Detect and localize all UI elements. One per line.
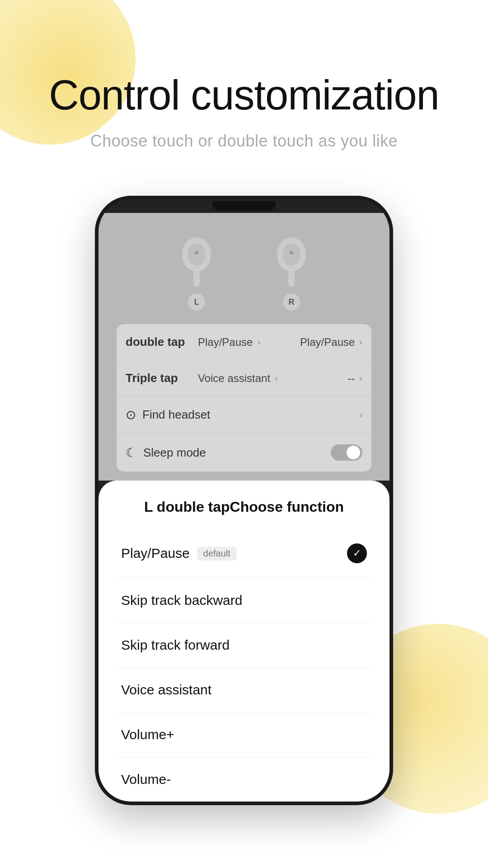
triple-tap-label: Triple tap [126, 371, 198, 385]
sleep-mode-toggle[interactable] [331, 444, 362, 461]
bottom-sheet-title: L double tapChoose function [117, 499, 371, 515]
sheet-item-voice-assistant-text: Voice assistant [121, 682, 211, 698]
right-earbud-container: R [271, 236, 312, 311]
sheet-item-skip-forward-left: Skip track forward [121, 637, 230, 653]
svg-point-3 [195, 251, 198, 255]
triple-tap-row[interactable]: Triple tap Voice assistant › -- › [117, 360, 371, 396]
earbuds-area: L R [117, 226, 371, 324]
left-earbud-label: L [188, 293, 205, 311]
right-earbud-label: R [283, 293, 300, 311]
default-badge: default [197, 547, 237, 561]
sheet-item-volume-up[interactable]: Volume+ [117, 712, 371, 757]
controls-list: double tap Play/Pause › Play/Pause › [117, 324, 371, 472]
sheet-item-play-pause-left: Play/Pause default [121, 546, 237, 561]
sheet-item-volume-down-text: Volume- [121, 772, 171, 787]
double-tap-right-chevron: › [359, 337, 362, 347]
phone-screen: L R [99, 213, 389, 481]
sheet-item-skip-backward-left: Skip track backward [121, 593, 242, 608]
sheet-item-volume-down-left: Volume- [121, 772, 171, 787]
triple-tap-right[interactable]: -- › [347, 372, 362, 385]
sheet-item-skip-backward-text: Skip track backward [121, 593, 242, 608]
left-earbud-icon [176, 236, 217, 290]
triple-tap-left-value: Voice assistant [198, 372, 270, 385]
double-tap-right-value: Play/Pause [300, 336, 355, 349]
toggle-knob [347, 446, 360, 459]
double-tap-values: Play/Pause › Play/Pause › [198, 336, 362, 349]
triple-tap-right-chevron: › [359, 373, 362, 383]
bottom-sheet: L double tapChoose function Play/Pause d… [99, 481, 389, 802]
double-tap-right[interactable]: Play/Pause › [300, 336, 362, 349]
triple-tap-left[interactable]: Voice assistant › [198, 372, 278, 385]
page-title: Control customization [31, 72, 457, 118]
triple-tap-right-value: -- [347, 372, 355, 385]
sheet-item-skip-forward[interactable]: Skip track forward [117, 623, 371, 668]
double-tap-left[interactable]: Play/Pause › [198, 336, 260, 349]
sheet-item-volume-up-left: Volume+ [121, 727, 174, 742]
double-tap-row[interactable]: double tap Play/Pause › Play/Pause › [117, 324, 371, 360]
right-earbud-icon [271, 236, 312, 290]
triple-tap-left-chevron: › [275, 373, 278, 383]
sheet-item-play-pause-text: Play/Pause [121, 546, 190, 561]
sleep-mode-row[interactable]: ☾ Sleep mode [117, 434, 371, 472]
double-tap-left-chevron: › [257, 337, 260, 347]
phone-notch [212, 201, 276, 211]
double-tap-label: double tap [126, 335, 198, 349]
sleep-mode-icon: ☾ [126, 445, 137, 460]
phone-frame: L R [95, 196, 393, 805]
check-circle-icon: ✓ [347, 543, 367, 563]
double-tap-left-value: Play/Pause [198, 336, 253, 349]
sheet-item-play-pause[interactable]: Play/Pause default ✓ [117, 529, 371, 578]
find-headset-row[interactable]: ⊙ Find headset › [117, 396, 371, 434]
phone-top-bar [99, 199, 389, 213]
find-headset-label: Find headset [142, 408, 359, 422]
sheet-item-voice-assistant-left: Voice assistant [121, 682, 211, 698]
sheet-item-skip-forward-text: Skip track forward [121, 637, 230, 653]
sheet-item-volume-down[interactable]: Volume- [117, 757, 371, 802]
svg-rect-1 [193, 269, 200, 287]
sleep-mode-label: Sleep mode [143, 446, 331, 460]
triple-tap-values: Voice assistant › -- › [198, 372, 362, 385]
find-headset-icon: ⊙ [126, 407, 136, 422]
page-subtitle: Choose touch or double touch as you like [90, 132, 398, 151]
left-earbud-container: L [176, 236, 217, 311]
find-headset-chevron: › [359, 410, 362, 420]
phone-mockup: L R [95, 196, 393, 805]
sheet-item-voice-assistant[interactable]: Voice assistant [117, 668, 371, 712]
sheet-item-skip-backward[interactable]: Skip track backward [117, 578, 371, 623]
sheet-item-volume-up-text: Volume+ [121, 727, 174, 742]
svg-point-7 [290, 251, 293, 255]
svg-rect-5 [288, 269, 295, 287]
